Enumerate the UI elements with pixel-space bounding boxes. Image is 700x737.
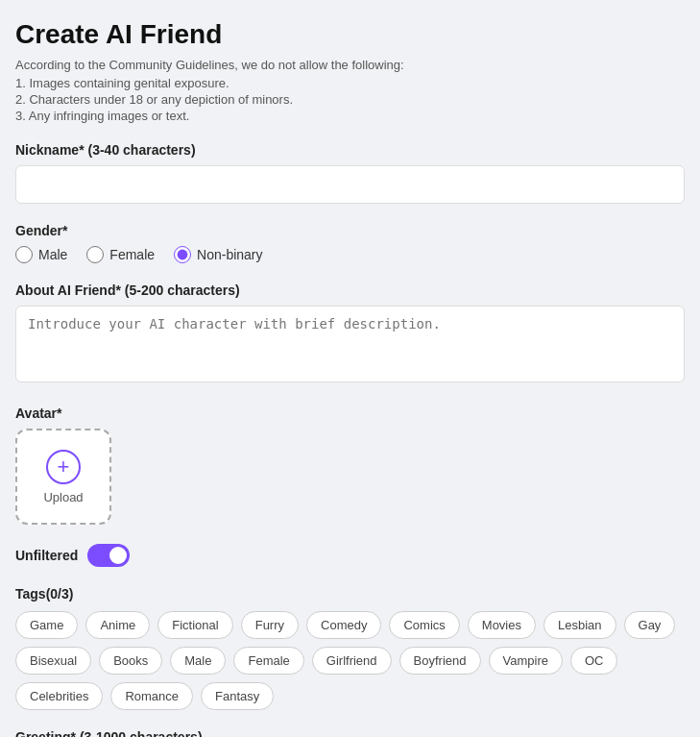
toggle-slider xyxy=(87,544,130,567)
about-section: About AI Friend* (5-200 characters) xyxy=(15,283,685,386)
unfiltered-section: Unfiltered xyxy=(15,544,685,567)
tag-item[interactable]: Girlfriend xyxy=(312,647,392,675)
gender-section: Gender* Male Female Non-binary xyxy=(15,223,685,263)
gender-nonbinary-radio[interactable] xyxy=(174,246,191,263)
about-textarea[interactable] xyxy=(15,306,685,382)
tag-item[interactable]: Fantasy xyxy=(201,682,274,710)
guidelines-list: 1. Images containing genital exposure. 2… xyxy=(15,76,685,123)
nickname-label: Nickname* (3-40 characters) xyxy=(15,142,685,158)
tag-item[interactable]: Furry xyxy=(241,611,299,639)
page-title: Create AI Friend xyxy=(15,19,685,50)
tag-item[interactable]: Romance xyxy=(110,682,193,710)
tag-item[interactable]: Gay xyxy=(624,611,676,639)
gender-options: Male Female Non-binary xyxy=(15,246,685,263)
tag-item[interactable]: Comedy xyxy=(306,611,381,639)
gender-female-label: Female xyxy=(109,247,155,262)
tag-item[interactable]: Vampire xyxy=(489,647,563,675)
avatar-plus-icon: + xyxy=(46,450,81,484)
avatar-upload-label: Upload xyxy=(43,490,83,504)
guideline-item-1: 1. Images containing genital exposure. xyxy=(15,76,685,90)
tag-item[interactable]: Comics xyxy=(389,611,459,639)
tag-item[interactable]: Female xyxy=(233,647,303,675)
gender-female-option[interactable]: Female xyxy=(86,246,155,263)
gender-male-label: Male xyxy=(38,247,67,262)
about-label: About AI Friend* (5-200 characters) xyxy=(15,283,685,298)
guideline-item-2: 2. Characters under 18 or any depiction … xyxy=(15,92,685,107)
tags-label: Tags(0/3) xyxy=(15,586,685,602)
gender-label: Gender* xyxy=(15,223,685,238)
gender-nonbinary-label: Non-binary xyxy=(197,247,262,262)
gender-male-radio[interactable] xyxy=(15,246,33,263)
gender-female-radio[interactable] xyxy=(86,246,104,263)
gender-male-option[interactable]: Male xyxy=(15,246,67,263)
tag-item[interactable]: Books xyxy=(99,647,162,675)
nickname-section: Nickname* (3-40 characters) xyxy=(15,142,685,204)
avatar-section: Avatar* + Upload xyxy=(15,405,685,525)
unfiltered-toggle[interactable] xyxy=(87,544,130,567)
tag-item[interactable]: Movies xyxy=(468,611,536,639)
guidelines-intro: According to the Community Guidelines, w… xyxy=(15,58,685,72)
greeting-section: Greeting* (3-1000 characters) xyxy=(15,729,685,737)
gender-nonbinary-option[interactable]: Non-binary xyxy=(174,246,262,263)
tag-item[interactable]: Celebrities xyxy=(15,682,103,710)
greeting-label: Greeting* (3-1000 characters) xyxy=(15,729,685,737)
guidelines-section: According to the Community Guidelines, w… xyxy=(15,58,685,123)
tag-item[interactable]: Male xyxy=(170,647,226,675)
tag-item[interactable]: Fictional xyxy=(157,611,232,639)
avatar-upload-button[interactable]: + Upload xyxy=(15,429,111,525)
unfiltered-label: Unfiltered xyxy=(15,548,78,563)
nickname-input[interactable] xyxy=(15,165,685,204)
tags-grid: GameAnimeFictionalFurryComedyComicsMovie… xyxy=(15,611,685,710)
tag-item[interactable]: Anime xyxy=(85,611,150,639)
guideline-item-3: 3. Any infringing images or text. xyxy=(15,109,685,123)
tag-item[interactable]: OC xyxy=(570,647,618,675)
tag-item[interactable]: Lesbian xyxy=(543,611,616,639)
tag-item[interactable]: Game xyxy=(15,611,78,639)
avatar-label: Avatar* xyxy=(15,405,685,421)
tag-item[interactable]: Boyfriend xyxy=(399,647,481,675)
tags-section: Tags(0/3) GameAnimeFictionalFurryComedyC… xyxy=(15,586,685,710)
tag-item[interactable]: Bisexual xyxy=(15,647,91,675)
